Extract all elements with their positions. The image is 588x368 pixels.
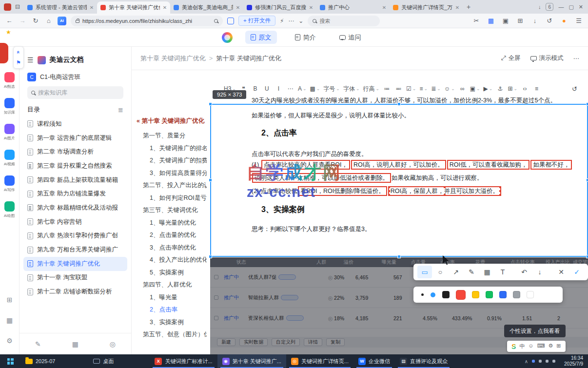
- bookmark-star-icon[interactable]: ★: [6, 29, 11, 36]
- taskbar-desktop[interactable]: 桌面: [88, 354, 118, 368]
- downloads-tray-icon[interactable]: ↓: [538, 4, 541, 10]
- taskbar-app[interactable]: ▤ 直播评论及观众: [395, 354, 452, 368]
- tab-close-icon[interactable]: ✕: [382, 5, 386, 10]
- download-tool[interactable]: ↓: [532, 266, 547, 278]
- taskbar-clock[interactable]: 16:34 2025/7/9: [559, 354, 588, 368]
- new-tab-button[interactable]: +: [463, 3, 474, 11]
- settings-icon[interactable]: ⚙: [6, 337, 13, 345]
- toc-item[interactable]: 第四节、人群优化: [137, 279, 207, 291]
- flag-icon[interactable]: ⚑: [16, 59, 21, 66]
- tab-list-icon[interactable]: ⊟: [15, 3, 20, 10]
- browser-logo-icon[interactable]: [4, 3, 11, 11]
- rail-item[interactable]: AI图片: [3, 124, 16, 141]
- rail-item[interactable]: AI甄选: [3, 72, 16, 90]
- ime-icon[interactable]: ☺: [528, 343, 533, 350]
- menu-icon[interactable]: ☰: [574, 17, 583, 24]
- color-swatch[interactable]: [442, 291, 450, 298]
- ime-logo-icon[interactable]: S: [511, 343, 516, 350]
- color-swatch[interactable]: [456, 290, 466, 300]
- edit-icon[interactable]: ✎: [35, 340, 41, 348]
- ime-icon[interactable]: ⌨: [537, 343, 545, 350]
- pen-tool[interactable]: ✎: [464, 266, 479, 278]
- chapter-item[interactable]: 第七章 内容营销: [23, 215, 127, 229]
- toc-item[interactable]: 1、如何判定ROI是亏是赚: [137, 192, 207, 205]
- tab-close-icon[interactable]: ✕: [90, 5, 94, 10]
- chapter-item[interactable]: 第五章 助力店铺流量爆发: [23, 187, 127, 201]
- chapter-item[interactable]: 第四章 新品上架获取流量秘籍: [23, 173, 127, 187]
- browser-tab[interactable]: 系统管理 - 美迪云管理 ✕: [24, 1, 97, 14]
- menu-icon[interactable]: ☰: [27, 56, 34, 64]
- color-swatch[interactable]: [527, 291, 534, 298]
- ime-icon[interactable]: 中: [519, 343, 525, 350]
- color-swatch[interactable]: [472, 291, 479, 298]
- tab-original[interactable]: 原文: [245, 31, 277, 44]
- tray-icon[interactable]: [552, 360, 555, 363]
- browser-tab[interactable]: 美迪创客_美迪电商_美... ✕: [170, 1, 243, 14]
- knowledge-search[interactable]: [27, 86, 123, 99]
- toc-item[interactable]: 3、点击率的优化: [137, 242, 207, 254]
- refresh-icon[interactable]: ↻: [31, 17, 40, 24]
- resize-handle[interactable]: [397, 102, 401, 106]
- scissors-icon[interactable]: ✂: [472, 17, 481, 24]
- rail-item[interactable]: AI绘图: [3, 201, 16, 219]
- collapse-widget[interactable]: « ⚑: [13, 46, 24, 69]
- tab-close-icon[interactable]: ✕: [309, 5, 313, 10]
- download-icon[interactable]: ↓: [530, 17, 539, 24]
- rail-item[interactable]: AI视频: [3, 150, 16, 167]
- quick-launch-icon[interactable]: ⚡: [280, 18, 284, 24]
- cancel-tool[interactable]: ✕: [554, 266, 568, 278]
- mosaic-tool[interactable]: ▦: [480, 266, 494, 278]
- chapter-item[interactable]: 课程须知: [23, 117, 127, 131]
- color-swatch[interactable]: [513, 291, 520, 298]
- close-icon[interactable]: ✕: [579, 4, 583, 10]
- toc-item[interactable]: 5、实操案例: [137, 267, 207, 279]
- more-actions-icon[interactable]: ⋯: [573, 55, 580, 62]
- taskbar-folder[interactable]: 2025-07: [20, 354, 60, 368]
- forward-icon[interactable]: →: [18, 17, 27, 24]
- rail-item[interactable]: AI写作: [3, 175, 16, 193]
- chapter-item[interactable]: 第六章 标题精细优化及活动报: [23, 201, 127, 215]
- tab-ask[interactable]: 追问: [334, 31, 367, 44]
- toc-item[interactable]: 4、投入产出比的优化（观察7天/15...: [137, 254, 207, 267]
- toc-item[interactable]: 3、如何提高质量得分: [137, 167, 207, 180]
- chapter-item[interactable]: 第九章 万相台无界关键词推广: [23, 243, 127, 257]
- toc-item[interactable]: 第一节、质量分: [137, 130, 207, 142]
- rail-item[interactable]: 知识库: [3, 98, 16, 116]
- brush-size-large[interactable]: [431, 292, 435, 297]
- sidebar-toggle-icon[interactable]: [227, 18, 234, 24]
- tab-close-icon[interactable]: ✕: [236, 5, 240, 10]
- toc-item[interactable]: 第三节、关键词优化: [137, 204, 207, 217]
- chapter-item[interactable]: 第二章 市场调查分析: [23, 145, 127, 159]
- ime-icon[interactable]: ⊞: [556, 343, 561, 350]
- toolbar-search[interactable]: [308, 16, 380, 26]
- toc-item[interactable]: 3、实操案例: [137, 316, 207, 329]
- tab-close-icon[interactable]: ✕: [163, 5, 167, 10]
- toc-item[interactable]: 第二节、投入产出比的认识: [137, 179, 207, 192]
- taskbar-app[interactable]: ◎ 关键词推广详情页...: [286, 354, 353, 368]
- start-button[interactable]: [0, 354, 20, 368]
- resize-handle[interactable]: [586, 255, 588, 258]
- tab-count-badge[interactable]: 6: [546, 3, 553, 11]
- search-icon[interactable]: [214, 19, 218, 23]
- present-mode-button[interactable]: 演示模式: [530, 54, 564, 62]
- toc-item[interactable]: 2、关键词推广的扣费公式: [137, 155, 207, 167]
- home-icon[interactable]: ⌂: [44, 17, 53, 24]
- taskbar-app[interactable]: ◉ 第十章 关键词推广...: [217, 354, 286, 368]
- tray-icon[interactable]: [532, 360, 535, 363]
- toc-item[interactable]: 第五节、创意（图片）优化: [137, 329, 207, 341]
- browser-tab[interactable]: 修强澳门风云_百度搜索 ✕: [243, 1, 316, 14]
- tray-expand-icon[interactable]: ∧: [525, 359, 528, 364]
- fullscreen-button[interactable]: ⤢ 全屏: [501, 54, 520, 62]
- resize-handle[interactable]: [209, 255, 212, 258]
- tray-icon[interactable]: [539, 360, 542, 363]
- tray-icon[interactable]: [546, 360, 549, 363]
- chapter-item[interactable]: 第十章 关键词推广优化: [23, 257, 127, 271]
- reader-icon[interactable]: ▣: [501, 17, 510, 24]
- open-file-button[interactable]: + 打开文件: [238, 16, 275, 26]
- knowledge-search-input[interactable]: [38, 89, 119, 96]
- undo-tool[interactable]: ↶: [517, 266, 531, 278]
- text-tool[interactable]: T: [495, 266, 510, 278]
- tab-summary[interactable]: 简介: [290, 31, 321, 44]
- grid-icon[interactable]: ▦: [6, 316, 13, 324]
- rect-tool[interactable]: ▭: [417, 266, 432, 278]
